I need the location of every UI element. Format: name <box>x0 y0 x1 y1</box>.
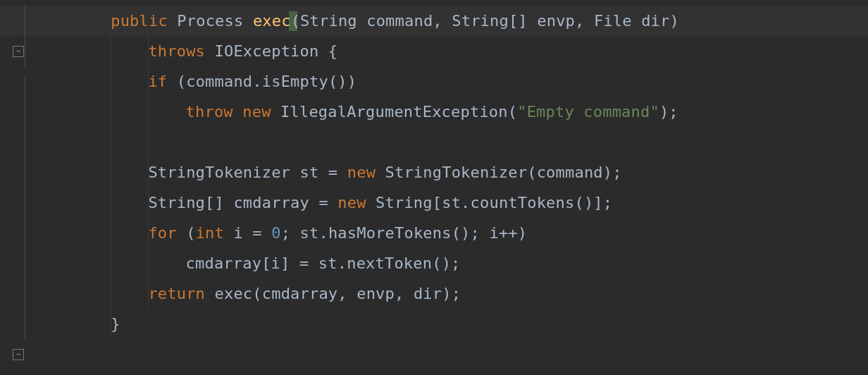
token-ident: st <box>300 218 319 248</box>
token-punct: ( <box>508 97 517 127</box>
token-punct: [] <box>205 188 233 218</box>
token-punct: ; <box>281 218 300 248</box>
token-kw: int <box>196 218 234 248</box>
token-punct: . <box>252 66 261 97</box>
token-ident: command <box>186 66 252 97</box>
code-line[interactable]: StringTokenizer st = new StringTokenizer… <box>34 157 868 188</box>
token-punct: ()) <box>328 66 356 97</box>
token-type: File <box>594 6 641 36</box>
token-type: IllegalArgumentException <box>280 97 508 127</box>
gutter-structure-line <box>25 77 25 339</box>
fold-toggle-icon[interactable]: − <box>13 349 24 360</box>
code-line[interactable]: String[] cmdarray = new String[st.countT… <box>34 188 868 218</box>
token-punct: [ <box>433 188 442 218</box>
token-ident: nextToken <box>347 248 432 278</box>
gutter: −− <box>0 0 34 375</box>
token-ident: command <box>366 6 433 36</box>
token-punct: , <box>395 278 414 309</box>
token-mname: exec <box>253 6 291 36</box>
code-line[interactable]: if (command.isEmpty()) <box>34 66 868 97</box>
code-line[interactable]: cmdarray[i] = st.nextToken(); <box>34 248 868 278</box>
code-line[interactable]: throw new IllegalArgumentException("Empt… <box>34 97 868 127</box>
token-punct: (); <box>452 218 490 248</box>
token-punct: , <box>433 6 452 36</box>
token-ident: i <box>489 218 498 248</box>
token-type: IOException <box>215 36 328 66</box>
token-punct: { <box>328 36 337 66</box>
token-num: 0 <box>271 218 280 248</box>
token-ident: hasMoreTokens <box>328 218 452 248</box>
token-punct: ()]; <box>574 188 612 218</box>
token-kw: return <box>148 278 214 309</box>
token-punct: = <box>318 188 337 218</box>
token-ident: st <box>300 157 328 188</box>
token-type: String <box>376 188 433 218</box>
token-punct: ( <box>527 157 536 188</box>
token-ident: dir <box>641 6 669 36</box>
token-punct: ( <box>177 66 186 97</box>
token-punct: ++) <box>499 218 527 248</box>
token-ident: command <box>537 157 603 188</box>
token-kw: new <box>337 188 376 218</box>
code-line[interactable]: for (int i = 0; st.hasMoreTokens(); i++) <box>34 218 868 248</box>
current-line-highlight-gutter <box>0 6 34 36</box>
token-ident: cmdarray <box>233 188 318 218</box>
token-punct: = <box>328 157 347 188</box>
token-punct: . <box>461 188 470 218</box>
token-ident: cmdarray <box>186 248 262 278</box>
token-punct: ( <box>291 6 300 36</box>
token-kw: public <box>111 6 177 36</box>
token-ident: st <box>442 188 461 218</box>
token-punct: . <box>318 218 328 248</box>
token-type: String <box>452 6 509 36</box>
token-punct: ); <box>659 97 678 127</box>
token-punct: ); <box>442 278 461 309</box>
code-editor[interactable]: −− public Process exec(String command, S… <box>0 0 868 375</box>
code-line[interactable]: public Process exec(String command, Stri… <box>34 6 868 36</box>
code-line[interactable]: } <box>34 309 868 339</box>
code-line[interactable] <box>34 339 868 369</box>
token-type: Process <box>177 6 253 36</box>
token-ident: countTokens <box>471 188 575 218</box>
token-punct: = <box>252 218 271 248</box>
token-punct: ( <box>252 278 261 309</box>
token-punct: (); <box>432 248 460 278</box>
token-kw: if <box>148 66 176 97</box>
token-ident: cmdarray <box>262 278 338 309</box>
fold-toggle-icon[interactable]: − <box>13 46 24 57</box>
token-ident: exec <box>215 278 253 309</box>
token-type: StringTokenizer <box>148 157 299 188</box>
token-punct: , <box>575 6 594 36</box>
code-area[interactable]: public Process exec(String command, Stri… <box>34 0 868 375</box>
token-punct: . <box>337 248 347 278</box>
token-ident: i <box>233 218 252 248</box>
token-punct: , <box>337 278 356 309</box>
token-kw: for <box>148 218 186 248</box>
token-ident: envp <box>537 6 575 36</box>
token-str: "Empty command" <box>517 97 659 127</box>
gutter-structure-line <box>25 6 25 66</box>
code-line[interactable]: return exec(cmdarray, envp, dir); <box>34 278 868 309</box>
token-punct: [] <box>509 6 537 36</box>
token-punct: ( <box>186 218 195 248</box>
token-type: String <box>300 6 366 36</box>
token-type: StringTokenizer <box>385 157 528 188</box>
token-ident: st <box>318 248 337 278</box>
token-punct: ) <box>670 6 679 36</box>
token-kw: throw new <box>186 97 280 127</box>
token-ident: envp <box>356 278 395 309</box>
token-punct: [ <box>261 248 271 278</box>
code-line[interactable]: throws IOException { <box>34 36 868 66</box>
token-kw: throws <box>148 36 214 66</box>
token-type: String <box>148 188 205 218</box>
token-punct: } <box>111 309 120 339</box>
token-ident: dir <box>414 278 442 309</box>
token-ident: i <box>271 248 280 278</box>
token-kw: new <box>347 157 385 188</box>
token-ident: isEmpty <box>262 66 328 97</box>
token-punct: ] = <box>280 248 318 278</box>
code-line[interactable] <box>34 127 868 157</box>
token-punct: ); <box>603 157 622 188</box>
